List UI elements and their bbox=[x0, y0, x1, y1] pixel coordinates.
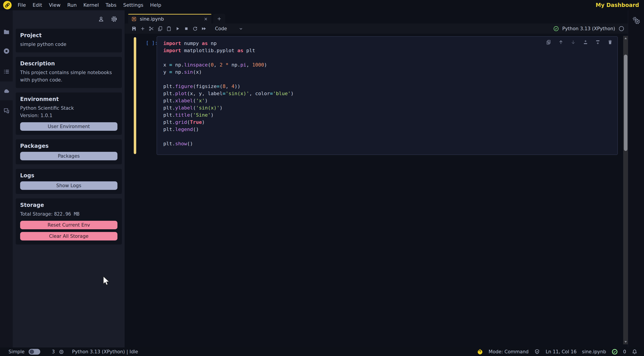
statusbar-left: Simple 3 Python 3.13 (XPython) | Idle bbox=[0, 349, 138, 355]
statusbar-right: Mode: Command Ln 11, Col 16 sine.ipynb 0 bbox=[477, 348, 644, 355]
section-title: Packages bbox=[20, 143, 118, 149]
show-logs-button[interactable]: Show Logs bbox=[20, 181, 118, 190]
notification-count: 0 bbox=[623, 349, 626, 354]
file-browser-icon[interactable] bbox=[0, 27, 13, 37]
logs-card: Logs Show Logs bbox=[16, 169, 122, 194]
section-title: Storage bbox=[20, 202, 118, 208]
notebook-canvas: [ ]: import numpy as npimport matplotlib… bbox=[125, 34, 628, 347]
main-area: sine.ipynb bbox=[125, 10, 628, 347]
scroll-down-icon[interactable] bbox=[623, 339, 628, 344]
menu-item-help[interactable]: Help bbox=[147, 0, 165, 10]
cell-toolbar bbox=[546, 40, 613, 46]
chat-icon[interactable] bbox=[0, 105, 13, 116]
section-title: Project bbox=[20, 32, 118, 39]
trust-shield-icon[interactable] bbox=[534, 348, 540, 355]
menu-item-view[interactable]: View bbox=[46, 0, 64, 10]
project-name: simple python code bbox=[20, 41, 118, 48]
environment-name: Python Scientific Stack bbox=[20, 105, 118, 112]
tab-sine-ipynb[interactable]: sine.ipynb bbox=[128, 14, 212, 24]
code-block: import numpy as npimport matplotlib.pypl… bbox=[163, 40, 618, 147]
section-title: Environment bbox=[20, 96, 118, 102]
kernel-chip-icon[interactable] bbox=[58, 349, 64, 355]
duplicate-cell-icon[interactable] bbox=[546, 40, 552, 46]
settings-gears-icon[interactable] bbox=[628, 16, 644, 25]
cell-collapser[interactable] bbox=[134, 37, 136, 154]
paste-icon[interactable] bbox=[166, 26, 172, 32]
project-description: This project contains simple notebooks w… bbox=[20, 69, 118, 84]
left-sidebar-strip bbox=[0, 10, 13, 347]
insert-cell-below-icon[interactable] bbox=[595, 40, 600, 46]
description-card: Description This project contains simple… bbox=[16, 57, 122, 88]
chevron-down-icon[interactable] bbox=[238, 26, 244, 31]
active-file-name: sine.ipynb bbox=[582, 349, 606, 354]
notebook-icon bbox=[131, 16, 137, 22]
dashboard-link[interactable]: My Dashboard bbox=[596, 2, 639, 8]
restart-kernel-icon[interactable] bbox=[192, 26, 198, 32]
simple-mode-toggle[interactable] bbox=[29, 349, 40, 355]
scrollbar-thumb[interactable] bbox=[624, 55, 628, 151]
tab-bar: sine.ipynb bbox=[125, 10, 628, 24]
close-tab-icon[interactable] bbox=[203, 17, 208, 22]
tab-label: sine.ipynb bbox=[140, 16, 200, 22]
project-card: Project simple python code bbox=[16, 29, 122, 52]
environment-card: Environment Python Scientific Stack Vers… bbox=[16, 93, 122, 135]
total-storage: Total Storage: 822.96 MB bbox=[20, 210, 118, 218]
run-icon[interactable] bbox=[174, 26, 181, 32]
insert-cell-icon[interactable] bbox=[139, 26, 146, 32]
storage-card: Storage Total Storage: 822.96 MB Reset C… bbox=[16, 198, 122, 244]
menu-bar: FileEditViewRunKernelTabsSettingsHelp My… bbox=[0, 0, 644, 10]
mode-indicator: Mode: Command bbox=[488, 349, 528, 354]
environment-version: Version: 1.0.1 bbox=[20, 112, 118, 120]
kernel-indicator[interactable]: Python 3.13 (XPython) bbox=[553, 26, 628, 32]
restart-run-all-icon[interactable] bbox=[200, 26, 207, 32]
vertical-scrollbar[interactable] bbox=[623, 36, 628, 344]
bell-icon[interactable] bbox=[632, 348, 638, 355]
right-sidebar-strip bbox=[628, 10, 644, 347]
cut-icon[interactable] bbox=[148, 26, 155, 32]
packages-button[interactable]: Packages bbox=[20, 152, 118, 160]
menu-item-edit[interactable]: Edit bbox=[29, 0, 46, 10]
cell-prompt: [ ]: bbox=[146, 40, 158, 47]
save-icon[interactable] bbox=[131, 26, 137, 32]
storage-value: 822.96 MB bbox=[54, 211, 80, 217]
code-cell-editor[interactable]: import numpy as npimport matplotlib.pypl… bbox=[156, 36, 618, 155]
menu-item-tabs[interactable]: Tabs bbox=[102, 0, 120, 10]
panel-header bbox=[13, 10, 124, 29]
activity-timer-icon[interactable] bbox=[477, 348, 483, 355]
move-cell-down-icon[interactable] bbox=[570, 40, 576, 46]
table-of-contents-icon[interactable] bbox=[0, 66, 13, 77]
gear-icon[interactable] bbox=[111, 16, 118, 23]
cursor-position[interactable]: Ln 11, Col 16 bbox=[546, 349, 577, 354]
user-environment-button[interactable]: User Environment bbox=[20, 122, 118, 131]
kernel-name: Python 3.13 (XPython) bbox=[562, 26, 615, 31]
saved-check-icon[interactable] bbox=[612, 348, 618, 355]
jupyter-app: FileEditViewRunKernelTabsSettingsHelp My… bbox=[0, 0, 644, 356]
insert-cell-above-icon[interactable] bbox=[583, 40, 588, 46]
menu-list: FileEditViewRunKernelTabsSettingsHelp bbox=[14, 0, 165, 10]
app-logo-icon[interactable] bbox=[3, 1, 12, 10]
menu-item-file[interactable]: File bbox=[14, 0, 29, 10]
new-tab-button[interactable] bbox=[213, 14, 225, 24]
user-icon[interactable] bbox=[98, 16, 104, 23]
packages-card: Packages Packages bbox=[16, 139, 122, 164]
running-kernels-icon[interactable] bbox=[0, 46, 13, 57]
project-panel: Project simple python code Description T… bbox=[13, 10, 124, 347]
delete-cell-icon[interactable] bbox=[607, 40, 613, 46]
menu-item-settings[interactable]: Settings bbox=[120, 0, 147, 10]
menu-item-run[interactable]: Run bbox=[64, 0, 80, 10]
status-bar: Simple 3 Python 3.13 (XPython) | Idle bbox=[0, 347, 644, 356]
kernel-idle-icon bbox=[618, 26, 624, 32]
scroll-up-icon[interactable] bbox=[623, 36, 628, 41]
kernel-ok-icon bbox=[553, 26, 559, 32]
interrupt-icon[interactable] bbox=[183, 26, 190, 32]
cloud-storage-icon[interactable] bbox=[0, 82, 13, 100]
menu-item-kernel[interactable]: Kernel bbox=[80, 0, 102, 10]
cell-type-select[interactable]: Code bbox=[215, 26, 227, 31]
section-title: Logs bbox=[20, 172, 118, 179]
clear-all-storage-button[interactable]: Clear All Storage bbox=[20, 232, 118, 240]
copy-icon[interactable] bbox=[157, 26, 164, 32]
reset-current-env-button[interactable]: Reset Current Env bbox=[20, 221, 118, 229]
move-cell-up-icon[interactable] bbox=[558, 40, 564, 46]
kernel-status-text[interactable]: Python 3.13 (XPython) | Idle bbox=[72, 349, 138, 354]
simple-mode-label: Simple bbox=[8, 349, 24, 354]
